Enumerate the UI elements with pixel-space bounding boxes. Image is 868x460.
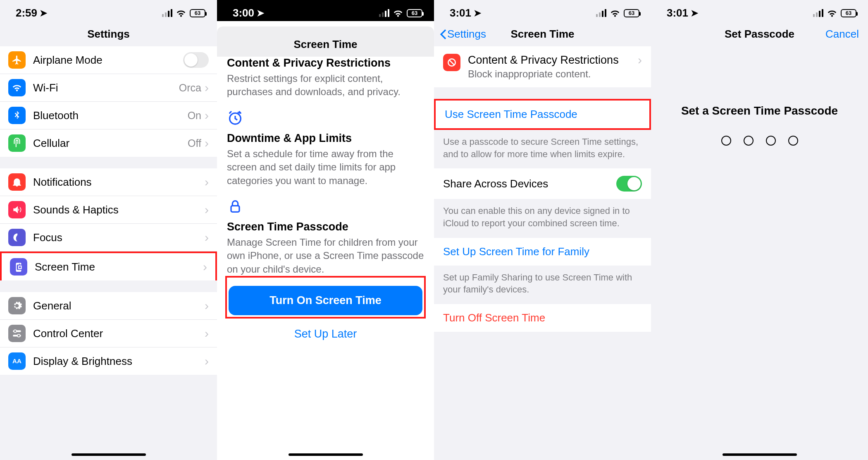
battery-pct: 63	[195, 10, 200, 16]
svg-text:AA: AA	[12, 357, 21, 364]
section-passcode: Screen Time Passcode Manage Screen Time …	[227, 220, 424, 276]
row-subtitle: Block inappropriate content.	[468, 68, 638, 80]
row-airplane-mode[interactable]: Airplane Mode	[0, 46, 217, 74]
downtime-icon	[227, 110, 424, 128]
battery-pct: 63	[629, 10, 634, 16]
cellular-signal-icon	[813, 9, 823, 17]
chevron-right-icon: ›	[205, 109, 209, 122]
row-sounds[interactable]: Sounds & Haptics ›	[0, 196, 217, 224]
chevron-right-icon: ›	[203, 261, 207, 273]
status-time: 2:59	[16, 7, 37, 19]
svg-point-2	[14, 330, 17, 333]
back-button[interactable]: Settings	[440, 28, 486, 41]
battery-icon: 63	[624, 9, 639, 17]
row-cellular[interactable]: Cellular Off ›	[0, 129, 217, 157]
battery-pct: 63	[412, 10, 417, 16]
row-notifications[interactable]: Notifications ›	[0, 168, 217, 196]
page-title: Screen Time	[510, 28, 574, 40]
status-bar: 2:59 ➤ 63	[0, 0, 217, 21]
battery-icon: 63	[841, 9, 856, 17]
row-label: Control Center	[33, 327, 205, 340]
chevron-right-icon: ›	[205, 176, 209, 188]
bluetooth-icon	[8, 107, 26, 124]
share-across-group: Share Across Devices	[434, 168, 651, 199]
row-label: Notifications	[33, 176, 205, 189]
passcode-dots	[651, 136, 868, 146]
chevron-right-icon: ›	[638, 54, 642, 66]
gear-icon	[8, 297, 26, 314]
section-downtime: Downtime & App Limits Set a schedule for…	[227, 132, 424, 187]
home-indicator[interactable]	[289, 453, 363, 456]
setup-family-button[interactable]: Set Up Screen Time for Family	[434, 238, 651, 266]
row-value: On	[188, 110, 201, 122]
cancel-button[interactable]: Cancel	[825, 28, 859, 41]
cellular-signal-icon	[596, 9, 606, 17]
share-toggle[interactable]	[616, 176, 642, 192]
row-label: Sounds & Haptics	[33, 204, 205, 216]
page-title: Settings	[0, 21, 217, 46]
row-label: Wi-Fi	[33, 81, 179, 94]
row-display-brightness[interactable]: AA Display & Brightness ›	[0, 347, 217, 375]
location-arrow-icon: ➤	[257, 8, 264, 19]
passcode-prompt: Set a Screen Time Passcode	[651, 104, 868, 117]
set-passcode-pane: 3:01 ➤ 63 Set Passcode Cancel Set a Scre…	[651, 0, 868, 460]
wifi-settings-icon	[8, 79, 26, 96]
back-label: Settings	[447, 28, 486, 41]
no-symbol-icon	[443, 54, 460, 71]
location-arrow-icon: ➤	[40, 8, 47, 19]
airplane-icon	[8, 51, 26, 69]
row-title: Content & Privacy Restrictions	[468, 54, 638, 67]
set-up-later-link[interactable]: Set Up Later	[227, 319, 424, 340]
row-general[interactable]: General ›	[0, 292, 217, 320]
turn-off-group: Turn Off Screen Time	[434, 304, 651, 332]
row-label: Focus	[33, 231, 205, 244]
home-indicator[interactable]	[72, 453, 146, 456]
use-screen-time-passcode-button[interactable]: Use Screen Time Passcode	[436, 101, 649, 128]
row-bluetooth[interactable]: Bluetooth On ›	[0, 102, 217, 129]
wifi-icon	[827, 8, 837, 19]
home-indicator[interactable]	[723, 453, 797, 456]
settings-group-connectivity: Airplane Mode Wi-Fi Orca › Bluetooth On …	[0, 46, 217, 157]
cellular-signal-icon	[162, 9, 172, 17]
row-control-center[interactable]: Control Center ›	[0, 320, 217, 347]
section-heading: Screen Time Passcode	[227, 220, 424, 233]
svg-rect-6	[231, 206, 239, 212]
row-screen-time[interactable]: Screen Time ›	[0, 252, 217, 280]
share-note: You can enable this on any device signed…	[434, 199, 651, 237]
status-bar: 3:01 ➤ 63	[434, 0, 651, 21]
screen-time-icon	[10, 258, 27, 276]
row-content-privacy[interactable]: Content & Privacy Restrictions Block ina…	[434, 46, 651, 87]
cellular-signal-icon	[379, 9, 389, 17]
settings-group-system: General › Control Center › AA Display & …	[0, 292, 217, 375]
battery-pct: 63	[846, 10, 851, 16]
screen-time-settings-pane: 3:01 ➤ 63 Settings Screen Time Content &…	[434, 0, 651, 460]
section-heading: Content & Privacy Restrictions	[227, 57, 424, 69]
section-description: Set a schedule for time away from the sc…	[227, 147, 424, 187]
turn-on-button-highlight: Turn On Screen Time	[225, 276, 426, 319]
row-label: Screen Time	[35, 261, 203, 273]
section-description: Restrict settings for explicit content, …	[227, 72, 424, 99]
row-label: Airplane Mode	[33, 54, 183, 67]
row-label: General	[33, 299, 205, 312]
airplane-toggle[interactable]	[183, 52, 209, 68]
settings-pane: 2:59 ➤ 63 Settings Airplane Mode Wi-Fi O…	[0, 0, 217, 460]
family-note: Set up Family Sharing to use Screen Time…	[434, 266, 651, 304]
battery-icon: 63	[190, 9, 205, 17]
chevron-right-icon: ›	[205, 327, 209, 340]
svg-point-3	[17, 334, 20, 337]
screen-time-onboarding-pane: 3:00 ➤ 63 Screen Time Content & Privacy …	[217, 0, 434, 460]
row-label: Share Across Devices	[443, 177, 616, 190]
section-heading: Downtime & App Limits	[227, 132, 424, 145]
passcode-dot	[788, 136, 798, 146]
lock-icon	[227, 198, 424, 216]
row-label: Turn Off Screen Time	[443, 311, 642, 324]
turn-on-screen-time-button[interactable]: Turn On Screen Time	[229, 286, 422, 315]
row-share-across-devices[interactable]: Share Across Devices	[434, 168, 651, 199]
row-wifi[interactable]: Wi-Fi Orca ›	[0, 74, 217, 102]
use-passcode-group: Use Screen Time Passcode	[434, 99, 651, 130]
turn-off-screen-time-button[interactable]: Turn Off Screen Time	[434, 304, 651, 332]
content-privacy-group: Content & Privacy Restrictions Block ina…	[434, 46, 651, 87]
navbar: Set Passcode Cancel	[651, 21, 868, 46]
row-focus[interactable]: Focus ›	[0, 224, 217, 252]
status-time: 3:01	[450, 7, 471, 19]
